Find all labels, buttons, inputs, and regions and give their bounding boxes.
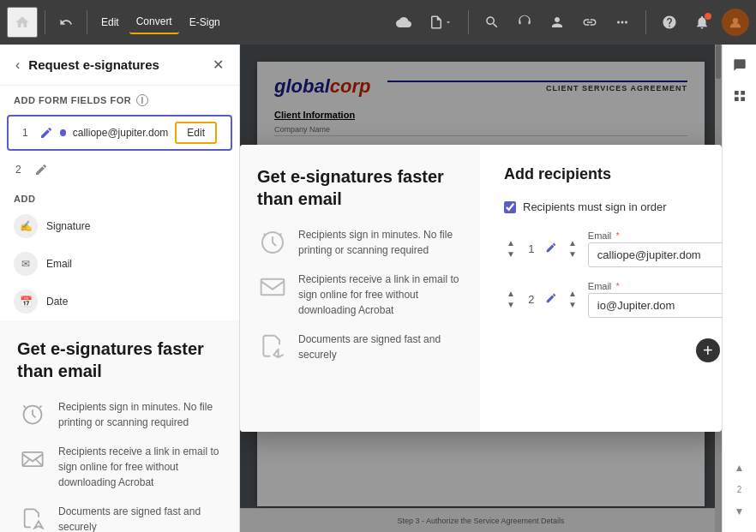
comment-button[interactable] — [726, 51, 753, 79]
pen-icon-1 — [39, 124, 53, 141]
signature-icon: ✍ — [14, 214, 38, 238]
entry-pen-2[interactable] — [545, 292, 557, 307]
required-star-email-2: * — [615, 281, 619, 291]
panel-title: Request e-signatures — [28, 57, 159, 72]
profile-button[interactable] — [544, 9, 570, 35]
email-field-group-2: Email * — [588, 281, 722, 318]
info-icon[interactable]: i — [136, 94, 148, 106]
add-recipient-circle-button[interactable]: + — [696, 338, 720, 362]
link-button[interactable] — [577, 9, 603, 35]
arrow-up-2[interactable]: ▲ — [504, 289, 518, 299]
email-add-icon: ✉ — [14, 252, 38, 276]
file-button[interactable] — [423, 9, 458, 35]
right-sidebar: ▲ 2 ▼ — [722, 45, 756, 532]
edit-button-1[interactable]: Edit — [175, 122, 217, 144]
cloud-button[interactable] — [391, 9, 417, 35]
headset-button[interactable] — [512, 9, 537, 35]
modal-promo-item-3: Documents are signed fast and securely — [257, 332, 463, 362]
recipient-row-1[interactable]: 1 calliope@jupiter.dom Edit — [7, 115, 232, 151]
promo-text-2: Recipients receive a link in email to si… — [58, 444, 222, 490]
main-layout: ‹ Request e-signatures ✕ ADD FORM FIELDS… — [0, 45, 756, 532]
modal-clock-icon — [257, 227, 288, 258]
separator-4 — [645, 10, 646, 34]
modal-promo-text-3: Documents are signed fast and securely — [298, 332, 463, 362]
esign-button[interactable]: E-Sign — [183, 11, 227, 33]
entry-num-2: 2 — [526, 293, 537, 306]
toolbar: Edit Convert E-Sign — [0, 0, 756, 45]
entry-pen-1[interactable] — [545, 242, 557, 256]
promo-item-3: Documents are signed fast and securely — [17, 504, 222, 532]
modal-promo-text-2: Recipients receive a link in email to si… — [298, 272, 463, 318]
signature-label: Signature — [46, 220, 90, 232]
home-button[interactable] — [7, 7, 38, 38]
panel-back-button[interactable]: ‹ — [14, 56, 21, 75]
arrow-down-1b[interactable]: ▼ — [566, 249, 579, 260]
edit-button[interactable]: Edit — [94, 11, 126, 33]
email-input-2[interactable] — [588, 293, 722, 318]
sign-order-left: Recipients must sign in order — [504, 200, 667, 213]
arrow-down-2b[interactable]: ▼ — [566, 300, 579, 310]
promo-section: Get e-signatures faster than email Recip… — [0, 320, 239, 532]
add-recipient-circle-area: + — [504, 335, 722, 366]
promo-title: Get e-signatures faster than email — [17, 338, 222, 382]
arrow-up-2b[interactable]: ▲ — [566, 289, 579, 299]
recipient-row-2[interactable]: 2 — [0, 154, 239, 185]
help-button[interactable] — [657, 9, 682, 35]
arrow-down-1[interactable]: ▼ — [504, 249, 518, 260]
more-button[interactable] — [609, 9, 635, 35]
entry-num-1: 1 — [526, 242, 537, 255]
email-label-1: Email * — [588, 230, 722, 241]
reorder-arrows-1b: ▲ ▼ — [566, 238, 579, 260]
panel-header: ‹ Request e-signatures ✕ — [0, 45, 239, 86]
add-date-row[interactable]: 📅 Date — [0, 283, 239, 320]
undo-button[interactable] — [52, 10, 80, 34]
panel-close-button[interactable]: ✕ — [211, 55, 225, 75]
sign-order-checkbox[interactable] — [504, 201, 516, 213]
date-label: Date — [46, 296, 68, 308]
modal-promo: Get e-signatures faster than email Recip… — [240, 145, 480, 432]
doc-shield-icon — [17, 504, 48, 532]
recipient-entry-1: ▲ ▼ 1 ▲ ▼ Email — [504, 230, 722, 267]
arrow-down-2[interactable]: ▼ — [504, 300, 518, 310]
svg-rect-5 — [261, 279, 285, 296]
left-panel: ‹ Request e-signatures ✕ ADD FORM FIELDS… — [0, 45, 240, 532]
notifications-button[interactable] — [689, 9, 715, 35]
grid-button[interactable] — [726, 82, 753, 110]
avatar-button[interactable] — [722, 9, 749, 36]
sign-order-text: Recipients must sign in order — [523, 200, 667, 213]
modal-header: Add recipients Add recipient Add yoursel… — [504, 165, 722, 183]
email-label-2: Email * — [588, 281, 722, 291]
add-email-row[interactable]: ✉ Email — [0, 245, 239, 283]
required-star-email-1: * — [615, 230, 619, 241]
add-signature-row[interactable]: ✍ Signature — [0, 207, 239, 245]
recipient-entry-2: ▲ ▼ 2 ▲ ▼ Email — [504, 281, 722, 318]
content-area: globalcorp CLIENT SERVICES AGREEMENT Cli… — [240, 45, 722, 532]
promo-text-3: Documents are signed fast and securely — [58, 504, 222, 532]
modal-footer: Cancel Continue — [504, 369, 722, 411]
svg-point-1 — [733, 18, 738, 23]
email-input-1[interactable] — [588, 242, 722, 267]
envelope-icon — [17, 444, 48, 475]
panel-title-row: ‹ Request e-signatures — [14, 56, 159, 75]
arrow-up-1b[interactable]: ▲ — [566, 238, 579, 248]
separator-1 — [45, 10, 45, 34]
scroll-down-button[interactable]: ▼ — [726, 498, 753, 525]
convert-button[interactable]: Convert — [129, 10, 179, 34]
modal-title: Add recipients — [504, 165, 611, 183]
pen-icon-2 — [33, 161, 50, 178]
arrow-up-1[interactable]: ▲ — [504, 238, 518, 248]
add-section-label: ADD — [0, 185, 239, 207]
sign-order-row: Recipients must sign in order 2 recipien… — [504, 200, 722, 213]
plus-icon: + — [696, 338, 720, 362]
modal-doc-shield-icon — [257, 332, 288, 362]
modal-promo-text-1: Recipients sign in minutes. No file prin… — [298, 227, 463, 258]
reorder-arrows-2b: ▲ ▼ — [566, 289, 579, 310]
scroll-up-button[interactable]: ▲ — [726, 454, 753, 481]
modal-envelope-icon — [257, 272, 288, 302]
modal-container: Get e-signatures faster than email Recip… — [240, 145, 722, 432]
separator-2 — [87, 10, 87, 34]
date-icon: 📅 — [14, 290, 38, 314]
email-add-label: Email — [46, 258, 72, 270]
email-field-group-1: Email * — [588, 230, 722, 267]
search-button[interactable] — [479, 9, 505, 35]
